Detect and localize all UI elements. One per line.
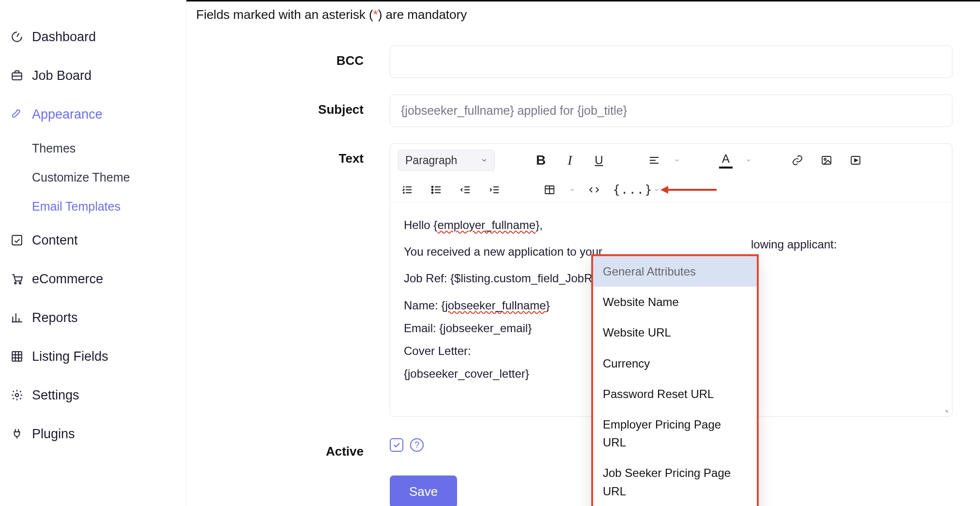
- sidebar-subitem-customize-theme[interactable]: Customize Theme: [32, 163, 186, 192]
- row-active: Active ?: [196, 436, 955, 459]
- block-format-select[interactable]: Paragraph: [398, 150, 495, 171]
- svg-point-9: [432, 186, 433, 188]
- dropdown-header-general: General Attributes: [593, 256, 757, 287]
- help-icon[interactable]: ?: [410, 438, 424, 452]
- sidebar-subitem-email-templates[interactable]: Email Templates: [32, 192, 186, 221]
- mandatory-note: Fields marked with an asterisk (*) are m…: [196, 7, 955, 22]
- edit-icon: [11, 234, 32, 246]
- table-button[interactable]: [540, 181, 559, 199]
- sidebar: Dashboard Job Board Appearance Themes Cu…: [0, 0, 186, 506]
- grid-icon: [11, 350, 32, 363]
- main: Fields marked with an asterisk (*) are m…: [186, 0, 980, 506]
- gear-icon: [11, 389, 32, 401]
- dropdown-item-password-reset-url[interactable]: Password Reset URL: [593, 379, 757, 409]
- bar-chart-icon: [11, 311, 32, 324]
- active-checkbox[interactable]: [390, 438, 403, 452]
- dropdown-item-website-name[interactable]: Website Name: [593, 287, 757, 317]
- align-button[interactable]: [645, 151, 663, 169]
- svg-point-3: [19, 282, 21, 284]
- check-icon: [392, 441, 401, 449]
- subject-input[interactable]: {jobseeker_fullname} applied for {job_ti…: [390, 94, 952, 127]
- sidebar-item-appearance[interactable]: Appearance: [11, 95, 186, 134]
- label-bcc: BCC: [196, 46, 390, 68]
- svg-rect-6: [822, 156, 831, 164]
- chevron-down-icon: [746, 157, 751, 163]
- plug-icon: [11, 428, 32, 440]
- rich-text-editor: Paragraph B I U: [390, 143, 952, 417]
- variable-dropdown: General Attributes Website Name Website …: [591, 254, 759, 506]
- cart-icon: [11, 273, 32, 285]
- bold-button[interactable]: B: [532, 151, 550, 169]
- bcc-input[interactable]: [390, 46, 952, 78]
- underline-button[interactable]: U: [590, 151, 608, 169]
- sidebar-item-label: Plugins: [32, 427, 75, 442]
- sidebar-item-settings[interactable]: Settings: [11, 376, 186, 414]
- sidebar-subitem-themes[interactable]: Themes: [32, 134, 186, 163]
- sidebar-item-dashboard[interactable]: Dashboard: [11, 17, 186, 56]
- sidebar-item-label: Content: [32, 233, 78, 248]
- link-button[interactable]: [788, 151, 807, 169]
- insert-variable-button[interactable]: {...}: [613, 181, 653, 199]
- gauge-icon: [11, 31, 32, 43]
- svg-rect-1: [12, 235, 22, 245]
- row-subject: Subject {jobseeker_fullname} applied for…: [196, 94, 955, 127]
- sidebar-item-label: Appearance: [32, 107, 103, 122]
- unordered-list-button[interactable]: [427, 181, 445, 199]
- svg-point-2: [15, 282, 16, 284]
- chevron-down-icon: [674, 157, 680, 163]
- sidebar-item-plugins[interactable]: Plugins: [11, 414, 186, 453]
- svg-point-10: [432, 189, 433, 191]
- annotation-arrow: [660, 186, 717, 194]
- sidebar-item-content[interactable]: Content: [11, 221, 186, 260]
- text-color-button[interactable]: A: [717, 151, 735, 169]
- brush-icon: [11, 108, 32, 121]
- sidebar-item-job-board[interactable]: Job Board: [11, 56, 186, 95]
- sidebar-item-label: Job Board: [32, 68, 92, 83]
- sidebar-item-reports[interactable]: Reports: [11, 298, 186, 337]
- body-text-fragment: lowing applicant:: [751, 235, 837, 253]
- image-button[interactable]: [817, 151, 836, 169]
- sidebar-item-label: eCommerce: [32, 272, 103, 287]
- dropdown-item-employer-pricing-url[interactable]: Employer Pricing Page URL: [593, 409, 757, 458]
- ordered-list-button[interactable]: [398, 181, 416, 199]
- sidebar-item-listing-fields[interactable]: Listing Fields: [11, 337, 186, 376]
- dropdown-item-currency[interactable]: Currency: [593, 348, 757, 379]
- outdent-button[interactable]: [456, 181, 475, 199]
- chevron-down-icon: [569, 187, 575, 193]
- svg-point-5: [15, 394, 19, 397]
- svg-point-7: [824, 158, 826, 160]
- editor-toolbar: Paragraph B I U: [390, 144, 952, 202]
- sidebar-item-label: Listing Fields: [32, 349, 108, 364]
- svg-point-11: [432, 192, 433, 194]
- label-subject: Subject: [196, 94, 390, 117]
- video-button[interactable]: [846, 151, 865, 169]
- dropdown-item-website-url[interactable]: Website URL: [593, 317, 757, 348]
- sidebar-item-label: Settings: [32, 388, 79, 403]
- chevron-down-icon: [481, 157, 488, 164]
- dropdown-item-jobseeker-pricing-url[interactable]: Job Seeker Pricing Page URL: [593, 458, 757, 506]
- label-active: Active: [196, 436, 390, 459]
- save-button[interactable]: Save: [390, 475, 457, 506]
- sidebar-item-label: Dashboard: [32, 30, 96, 45]
- briefcase-icon: [11, 69, 32, 82]
- italic-button[interactable]: I: [561, 151, 579, 169]
- sidebar-subitems-appearance: Themes Customize Theme Email Templates: [11, 134, 186, 221]
- indent-button[interactable]: [485, 181, 504, 199]
- sidebar-item-ecommerce[interactable]: eCommerce: [11, 260, 186, 298]
- row-text: Text Paragraph B I: [196, 143, 955, 417]
- chevron-down-icon: [654, 187, 659, 193]
- label-text: Text: [196, 143, 390, 166]
- svg-rect-4: [12, 352, 22, 361]
- editor-content[interactable]: Hello {employer_fullname}, You received …: [390, 202, 952, 416]
- sidebar-item-label: Reports: [32, 310, 78, 325]
- code-button[interactable]: [585, 181, 603, 199]
- row-bcc: BCC: [196, 46, 955, 78]
- resize-handle-icon[interactable]: [940, 405, 949, 414]
